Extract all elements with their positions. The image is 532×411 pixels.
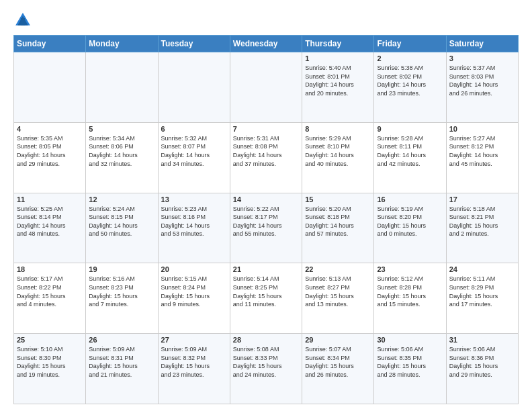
day-number: 11 — [17, 195, 83, 203]
day-info: Sunrise: 5:40 AM Sunset: 8:01 PM Dayligh… — [305, 64, 371, 97]
calendar-day-cell: 2Sunrise: 5:38 AM Sunset: 8:02 PM Daylig… — [374, 52, 446, 123]
day-info: Sunrise: 5:22 AM Sunset: 8:17 PM Dayligh… — [233, 205, 299, 238]
day-info: Sunrise: 5:09 AM Sunset: 8:32 PM Dayligh… — [161, 345, 227, 379]
calendar-day-cell: 21Sunrise: 5:14 AM Sunset: 8:25 PM Dayli… — [230, 263, 302, 334]
calendar-day-cell: 10Sunrise: 5:27 AM Sunset: 8:12 PM Dayli… — [446, 122, 518, 193]
day-number: 7 — [233, 125, 299, 133]
calendar-week-row: 18Sunrise: 5:17 AM Sunset: 8:22 PM Dayli… — [14, 263, 519, 334]
calendar-day-cell: 11Sunrise: 5:25 AM Sunset: 8:14 PM Dayli… — [14, 193, 86, 263]
day-info: Sunrise: 5:27 AM Sunset: 8:12 PM Dayligh… — [449, 134, 515, 168]
calendar-table: SundayMondayTuesdayWednesdayThursdayFrid… — [13, 35, 519, 404]
day-number: 25 — [17, 336, 83, 344]
calendar-day-cell — [158, 52, 230, 123]
calendar-day-cell: 3Sunrise: 5:37 AM Sunset: 8:03 PM Daylig… — [446, 52, 518, 123]
day-info: Sunrise: 5:19 AM Sunset: 8:20 PM Dayligh… — [377, 205, 443, 238]
day-number: 10 — [449, 125, 515, 133]
day-number: 3 — [449, 54, 515, 62]
day-info: Sunrise: 5:37 AM Sunset: 8:03 PM Dayligh… — [449, 64, 515, 97]
calendar-day-cell: 5Sunrise: 5:34 AM Sunset: 8:06 PM Daylig… — [86, 122, 158, 193]
day-number: 24 — [449, 265, 515, 273]
day-info: Sunrise: 5:06 AM Sunset: 8:35 PM Dayligh… — [377, 345, 443, 379]
calendar-day-cell: 31Sunrise: 5:06 AM Sunset: 8:36 PM Dayli… — [446, 334, 518, 404]
calendar-day-cell: 29Sunrise: 5:07 AM Sunset: 8:34 PM Dayli… — [302, 334, 374, 404]
day-info: Sunrise: 5:29 AM Sunset: 8:10 PM Dayligh… — [305, 134, 371, 168]
calendar-day-cell: 25Sunrise: 5:10 AM Sunset: 8:30 PM Dayli… — [14, 334, 86, 404]
day-info: Sunrise: 5:24 AM Sunset: 8:15 PM Dayligh… — [89, 205, 154, 238]
day-number: 14 — [233, 195, 299, 203]
calendar-day-cell: 24Sunrise: 5:11 AM Sunset: 8:29 PM Dayli… — [446, 263, 518, 334]
day-number: 15 — [305, 195, 371, 203]
day-info: Sunrise: 5:28 AM Sunset: 8:11 PM Dayligh… — [377, 134, 443, 168]
day-number: 26 — [89, 336, 154, 344]
day-info: Sunrise: 5:25 AM Sunset: 8:14 PM Dayligh… — [17, 205, 83, 238]
weekday-header-friday: Friday — [374, 36, 446, 52]
calendar-day-cell — [230, 52, 302, 123]
calendar-week-row: 11Sunrise: 5:25 AM Sunset: 8:14 PM Dayli… — [14, 193, 519, 263]
day-info: Sunrise: 5:34 AM Sunset: 8:06 PM Dayligh… — [89, 134, 154, 168]
day-info: Sunrise: 5:09 AM Sunset: 8:31 PM Dayligh… — [89, 345, 154, 379]
calendar-day-cell: 8Sunrise: 5:29 AM Sunset: 8:10 PM Daylig… — [302, 122, 374, 193]
weekday-header-row: SundayMondayTuesdayWednesdayThursdayFrid… — [14, 36, 519, 52]
weekday-header-wednesday: Wednesday — [230, 36, 302, 52]
day-info: Sunrise: 5:10 AM Sunset: 8:30 PM Dayligh… — [17, 345, 83, 379]
day-info: Sunrise: 5:13 AM Sunset: 8:27 PM Dayligh… — [305, 275, 371, 308]
calendar-header: SundayMondayTuesdayWednesdayThursdayFrid… — [14, 36, 519, 52]
calendar-day-cell — [14, 52, 86, 123]
day-number: 13 — [161, 195, 227, 203]
day-number: 8 — [305, 125, 371, 133]
weekday-header-tuesday: Tuesday — [158, 36, 230, 52]
day-number: 23 — [377, 265, 443, 273]
calendar-day-cell: 26Sunrise: 5:09 AM Sunset: 8:31 PM Dayli… — [86, 334, 158, 404]
day-number: 5 — [89, 125, 154, 133]
day-number: 9 — [377, 125, 443, 133]
day-number: 1 — [305, 54, 371, 62]
calendar-day-cell: 19Sunrise: 5:16 AM Sunset: 8:23 PM Dayli… — [86, 263, 158, 334]
day-number: 21 — [233, 265, 299, 273]
calendar-day-cell: 14Sunrise: 5:22 AM Sunset: 8:17 PM Dayli… — [230, 193, 302, 263]
day-number: 31 — [449, 336, 515, 344]
day-info: Sunrise: 5:14 AM Sunset: 8:25 PM Dayligh… — [233, 275, 299, 308]
weekday-header-saturday: Saturday — [446, 36, 518, 52]
day-info: Sunrise: 5:32 AM Sunset: 8:07 PM Dayligh… — [161, 134, 227, 168]
calendar-day-cell — [86, 52, 158, 123]
day-number: 16 — [377, 195, 443, 203]
calendar-day-cell: 1Sunrise: 5:40 AM Sunset: 8:01 PM Daylig… — [302, 52, 374, 123]
day-info: Sunrise: 5:20 AM Sunset: 8:18 PM Dayligh… — [305, 205, 371, 238]
calendar-day-cell: 7Sunrise: 5:31 AM Sunset: 8:08 PM Daylig… — [230, 122, 302, 193]
day-info: Sunrise: 5:15 AM Sunset: 8:24 PM Dayligh… — [161, 275, 227, 308]
calendar-body: 1Sunrise: 5:40 AM Sunset: 8:01 PM Daylig… — [14, 52, 519, 404]
calendar-day-cell: 4Sunrise: 5:35 AM Sunset: 8:05 PM Daylig… — [14, 122, 86, 193]
day-info: Sunrise: 5:23 AM Sunset: 8:16 PM Dayligh… — [161, 205, 227, 238]
calendar-day-cell: 27Sunrise: 5:09 AM Sunset: 8:32 PM Dayli… — [158, 334, 230, 404]
calendar-day-cell: 15Sunrise: 5:20 AM Sunset: 8:18 PM Dayli… — [302, 193, 374, 263]
day-number: 27 — [161, 336, 227, 344]
page: SundayMondayTuesdayWednesdayThursdayFrid… — [0, 0, 532, 411]
day-number: 12 — [89, 195, 154, 203]
calendar-week-row: 25Sunrise: 5:10 AM Sunset: 8:30 PM Dayli… — [14, 334, 519, 404]
day-info: Sunrise: 5:08 AM Sunset: 8:33 PM Dayligh… — [233, 345, 299, 379]
calendar-day-cell: 22Sunrise: 5:13 AM Sunset: 8:27 PM Dayli… — [302, 263, 374, 334]
weekday-header-sunday: Sunday — [14, 36, 86, 52]
day-info: Sunrise: 5:11 AM Sunset: 8:29 PM Dayligh… — [449, 275, 515, 308]
day-info: Sunrise: 5:18 AM Sunset: 8:21 PM Dayligh… — [449, 205, 515, 238]
day-number: 17 — [449, 195, 515, 203]
calendar-day-cell: 13Sunrise: 5:23 AM Sunset: 8:16 PM Dayli… — [158, 193, 230, 263]
day-info: Sunrise: 5:31 AM Sunset: 8:08 PM Dayligh… — [233, 134, 299, 168]
day-number: 6 — [161, 125, 227, 133]
calendar-day-cell: 18Sunrise: 5:17 AM Sunset: 8:22 PM Dayli… — [14, 263, 86, 334]
day-number: 28 — [233, 336, 299, 344]
day-info: Sunrise: 5:12 AM Sunset: 8:28 PM Dayligh… — [377, 275, 443, 308]
calendar-week-row: 1Sunrise: 5:40 AM Sunset: 8:01 PM Daylig… — [14, 52, 519, 123]
calendar-day-cell: 30Sunrise: 5:06 AM Sunset: 8:35 PM Dayli… — [374, 334, 446, 404]
svg-rect-2 — [21, 18, 25, 26]
day-number: 19 — [89, 265, 154, 273]
calendar-day-cell: 12Sunrise: 5:24 AM Sunset: 8:15 PM Dayli… — [86, 193, 158, 263]
calendar-day-cell: 9Sunrise: 5:28 AM Sunset: 8:11 PM Daylig… — [374, 122, 446, 193]
calendar-week-row: 4Sunrise: 5:35 AM Sunset: 8:05 PM Daylig… — [14, 122, 519, 193]
logo — [13, 11, 35, 30]
day-info: Sunrise: 5:17 AM Sunset: 8:22 PM Dayligh… — [17, 275, 83, 308]
day-info: Sunrise: 5:16 AM Sunset: 8:23 PM Dayligh… — [89, 275, 154, 308]
day-number: 20 — [161, 265, 227, 273]
calendar-day-cell: 17Sunrise: 5:18 AM Sunset: 8:21 PM Dayli… — [446, 193, 518, 263]
day-number: 2 — [377, 54, 443, 62]
